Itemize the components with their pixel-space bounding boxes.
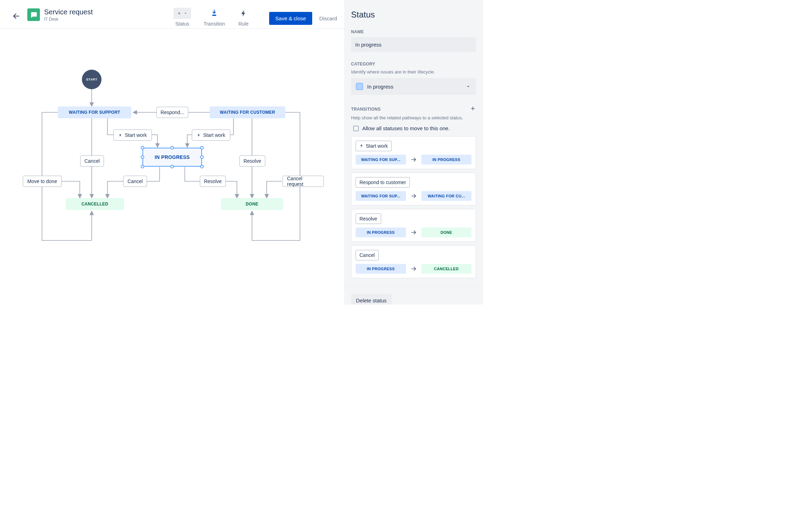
back-button[interactable]: [9, 9, 23, 23]
to-status-pill: DONE: [421, 227, 472, 237]
project-icon: [27, 8, 40, 21]
to-status-pill: CANCELLED: [421, 264, 472, 274]
bolt-icon: [197, 133, 201, 138]
from-status-pill: IN PROGRESS: [356, 264, 406, 274]
add-rule-button[interactable]: [238, 8, 250, 19]
transition-card[interactable]: CancelIN PROGRESSCANCELLED: [351, 245, 476, 278]
allow-all-checkbox-row[interactable]: Allow all statuses to move to this one.: [353, 125, 476, 131]
category-value: In progress: [367, 84, 393, 90]
arrow-right-icon: [410, 265, 417, 272]
add-transition-button[interactable]: [208, 8, 220, 19]
transition-card[interactable]: Start workWAITING FOR SUP...IN PROGRESS: [351, 136, 476, 169]
arrow-right-icon: [410, 156, 417, 163]
add-transition-button[interactable]: [470, 105, 476, 114]
delete-status-button[interactable]: Delete status: [351, 294, 392, 304]
transition-flow: IN PROGRESSCANCELLED: [356, 264, 471, 274]
from-status-pill: WAITING FOR SUP...: [356, 155, 406, 164]
transition-name: Start work: [356, 141, 392, 151]
category-label: CATEGORY: [351, 62, 476, 66]
bolt-icon: [359, 143, 364, 149]
transition-cancel-request[interactable]: Cancel request: [282, 176, 324, 187]
transition-icon: [210, 9, 218, 17]
transition-start-work-1[interactable]: Start work: [113, 130, 152, 141]
title-block: Service request IT Desk: [44, 8, 93, 22]
rule-tool-label: Rule: [238, 21, 248, 27]
status-done[interactable]: DONE: [221, 198, 283, 210]
workflow-title: Service request: [44, 8, 93, 16]
transition-card[interactable]: ResolveIN PROGRESSDONE: [351, 209, 476, 242]
chevron-down-icon: [182, 11, 189, 15]
add-status-tool[interactable]: Status: [174, 8, 191, 27]
bolt-icon: [118, 133, 122, 138]
transition-respond[interactable]: Respond...: [156, 107, 188, 118]
status-waiting-for-customer[interactable]: WAITING FOR CUSTOMER: [210, 106, 285, 118]
status-name-input[interactable]: [351, 37, 476, 52]
chat-bubble-icon: [30, 11, 37, 19]
transition-flow: IN PROGRESSDONE: [356, 227, 471, 237]
from-status-pill: WAITING FOR SUP...: [356, 191, 406, 201]
add-rule-tool[interactable]: Rule: [238, 8, 250, 27]
workflow-subtitle: IT Desk: [44, 17, 93, 22]
category-select[interactable]: In progress: [351, 78, 476, 95]
discard-button[interactable]: Discard: [319, 15, 337, 21]
transition-name: Resolve: [356, 214, 381, 224]
workflow-canvas[interactable]: START WAITING FOR SUPPORT WAITING FOR CU…: [0, 29, 344, 304]
chevron-down-icon: [465, 84, 471, 89]
panel-title: Status: [351, 10, 476, 20]
resize-handle[interactable]: [141, 155, 144, 159]
side-panel: Status NAME CATEGORY Identify where issu…: [344, 0, 483, 304]
transition-tool-label: Transition: [204, 21, 225, 27]
bolt-icon: [240, 9, 247, 17]
transitions-section: TRANSITIONS Help show all the related pa…: [351, 105, 476, 278]
category-swatch: [356, 83, 363, 90]
transition-label: Start work: [203, 132, 225, 138]
resize-handle[interactable]: [141, 146, 144, 149]
resize-handle[interactable]: [200, 146, 204, 149]
start-node[interactable]: START: [82, 70, 102, 89]
allow-all-label: Allow all statuses to move to this one.: [362, 125, 450, 131]
resize-handle[interactable]: [141, 165, 144, 168]
add-transition-tool[interactable]: Transition: [204, 8, 225, 27]
plus-icon: [176, 11, 182, 15]
divider: [344, 286, 483, 286]
transition-cancel-2[interactable]: Cancel: [123, 176, 147, 187]
add-status-button[interactable]: [174, 8, 191, 19]
transition-cancel-1[interactable]: Cancel: [80, 155, 104, 167]
top-bar: Service request IT Desk Status Transitio…: [0, 0, 344, 29]
arrow-left-icon: [12, 12, 21, 21]
resize-handle[interactable]: [170, 146, 174, 149]
actions-group: Save & close Discard: [269, 8, 337, 27]
transitions-help: Help show all the related pathways to a …: [351, 115, 476, 120]
transition-resolve-2[interactable]: Resolve: [200, 176, 226, 187]
transition-start-work-2[interactable]: Start work: [192, 130, 230, 141]
category-help: Identify where issues are in their lifec…: [351, 69, 476, 75]
checkbox-icon: [353, 126, 359, 131]
transition-name: Cancel: [356, 250, 379, 260]
status-waiting-for-support[interactable]: WAITING FOR SUPPORT: [58, 106, 131, 118]
transition-move-to-done[interactable]: Move to done: [23, 176, 62, 187]
svg-rect-0: [212, 15, 216, 16]
transition-flow: WAITING FOR SUP...WAITING FOR CU...: [356, 191, 471, 201]
name-label: NAME: [351, 29, 476, 34]
to-status-pill: IN PROGRESS: [421, 155, 472, 164]
transition-resolve-1[interactable]: Resolve: [239, 155, 265, 167]
from-status-pill: IN PROGRESS: [356, 227, 406, 237]
arrow-right-icon: [410, 229, 417, 236]
resize-handle[interactable]: [200, 155, 204, 159]
transitions-list: Start workWAITING FOR SUP...IN PROGRESSR…: [351, 136, 476, 278]
resize-handle[interactable]: [200, 165, 204, 168]
transition-label: Start work: [125, 132, 147, 138]
transition-name: Respond to customer: [356, 177, 410, 188]
status-tool-label: Status: [175, 21, 189, 27]
save-button[interactable]: Save & close: [269, 12, 313, 25]
resize-handle[interactable]: [170, 165, 174, 168]
transitions-label: TRANSITIONS: [351, 107, 381, 112]
status-cancelled[interactable]: CANCELLED: [66, 198, 124, 210]
arrow-right-icon: [410, 192, 417, 200]
transition-flow: WAITING FOR SUP...IN PROGRESS: [356, 155, 471, 164]
name-field: NAME: [351, 29, 476, 52]
transition-card[interactable]: Respond to customerWAITING FOR SUP...WAI…: [351, 173, 476, 205]
status-in-progress-selected[interactable]: IN PROGRESS: [142, 148, 202, 167]
toolbar: Status Transition Rule Save & close Disc…: [174, 8, 344, 27]
category-field: CATEGORY Identify where issues are in th…: [351, 62, 476, 95]
